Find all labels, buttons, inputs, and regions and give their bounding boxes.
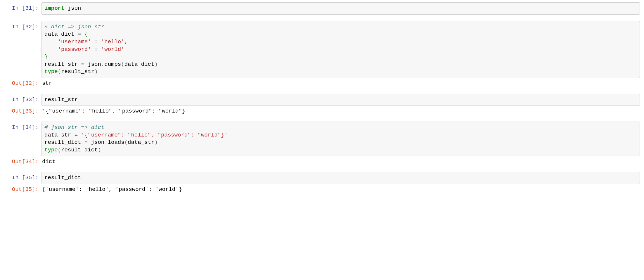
output-prompt: Out[33]: (4, 108, 41, 115)
input-prompt: In [34]: (4, 122, 41, 132)
code-input[interactable]: import json (41, 2, 640, 15)
input-prompt: In [33]: (4, 94, 41, 104)
notebook-output-row: Out[34]: dict (4, 158, 640, 166)
notebook-cell: In [34]: # json str => dict data_str = '… (4, 122, 640, 156)
input-prompt: In [32]: (4, 21, 41, 31)
notebook-cell: In [33]: result_str (4, 94, 640, 106)
output-prompt: Out[32]: (4, 80, 41, 87)
code-input[interactable]: result_dict (41, 172, 640, 184)
code-input[interactable]: # dict => json str data_dict = { 'userna… (41, 21, 640, 78)
code-input[interactable]: result_str (41, 94, 640, 106)
code-input[interactable]: # json str => dict data_str = '{"usernam… (41, 122, 640, 156)
output-text: {'username': 'hello', 'password': 'world… (41, 186, 640, 193)
output-text: str (41, 80, 640, 87)
output-prompt: Out[34]: (4, 158, 41, 166)
notebook-output-row: Out[32]: str (4, 80, 640, 87)
notebook-output-row: Out[33]: '{"username": "hello", "passwor… (4, 108, 640, 115)
output-prompt: Out[35]: (4, 186, 41, 193)
output-text: '{"username": "hello", "password": "worl… (41, 108, 640, 115)
output-text: dict (41, 158, 640, 166)
notebook-output-row: Out[35]: {'username': 'hello', 'password… (4, 186, 640, 193)
notebook-cell: In [35]: result_dict (4, 172, 640, 184)
input-prompt: In [31]: (4, 2, 41, 12)
input-prompt: In [35]: (4, 172, 41, 182)
notebook-cell: In [32]: # dict => json str data_dict = … (4, 21, 640, 78)
notebook-cell: In [31]: import json (4, 2, 640, 15)
